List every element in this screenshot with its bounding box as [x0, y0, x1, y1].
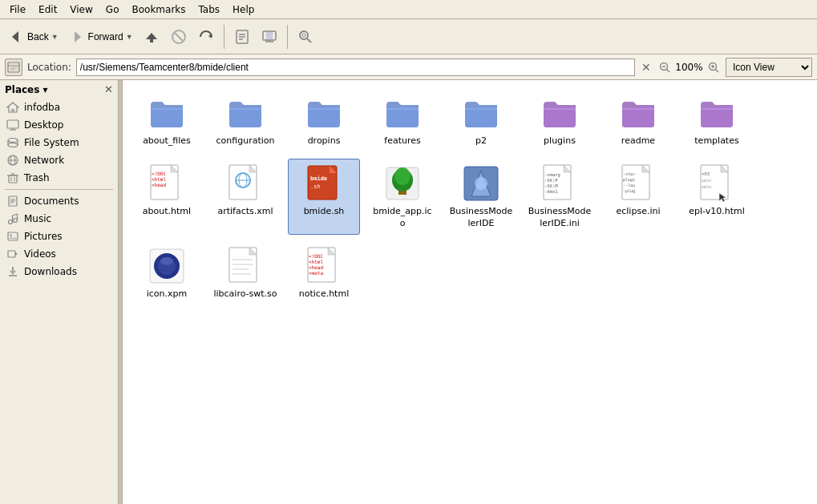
- sidebar-network-label: Network: [24, 155, 64, 166]
- svg-text:-vmarg: -vmarg: [544, 172, 560, 178]
- sidebar-item-network[interactable]: Network: [0, 151, 118, 169]
- menu-bookmarks[interactable]: Bookmarks: [125, 2, 192, 17]
- svg-marker-0: [12, 31, 18, 42]
- file-item-plugins[interactable]: plugins: [524, 88, 596, 152]
- file-item-about-files[interactable]: about_files: [131, 88, 203, 152]
- svg-marker-59: [15, 252, 18, 256]
- sidebar-places-label: Places ▾: [5, 84, 48, 95]
- file-label: bmide.sh: [304, 206, 345, 217]
- html2-file-icon: <ht xmln xmln: [698, 164, 736, 203]
- up-icon: [143, 28, 160, 46]
- svg-rect-31: [7, 120, 18, 128]
- back-dropdown-arrow: ▼: [51, 33, 59, 41]
- sidebar-close-button[interactable]: ✕: [104, 83, 113, 95]
- file-item-artifacts-xml[interactable]: artifacts.xml: [209, 159, 281, 235]
- back-button[interactable]: Back ▼: [3, 26, 63, 48]
- bookmarks-button[interactable]: [229, 26, 255, 48]
- file-label: readme: [621, 135, 655, 147]
- file-item-bmide-app-ico[interactable]: bmide_app.ico: [366, 159, 439, 235]
- sidebar-item-infodba[interactable]: infodba: [0, 99, 118, 116]
- svg-point-56: [10, 234, 12, 236]
- reload-button[interactable]: [193, 26, 219, 48]
- file-item-notice-html[interactable]: <!DOC <html <head <meta notice.html: [288, 241, 360, 305]
- file-item-businessmodeleride[interactable]: BusinessModelerIDE: [445, 159, 517, 235]
- sidebar-desktop-label: Desktop: [24, 119, 64, 131]
- sidebar-item-videos[interactable]: Videos: [0, 245, 118, 263]
- sidebar-videos-label: Videos: [24, 248, 56, 260]
- trash-icon: [6, 171, 19, 184]
- up-button[interactable]: [139, 26, 164, 48]
- svg-text:-XX:P: -XX:P: [544, 178, 558, 183]
- sidebar-item-desktop[interactable]: Desktop: [0, 116, 118, 134]
- view-select[interactable]: Icon View List View Compact View: [726, 58, 812, 77]
- file-item-bmide-sh[interactable]: bmide .sh bmide.sh: [288, 159, 360, 235]
- bookmarks-icon: [233, 28, 251, 46]
- file-item-businessmodeleride-ini[interactable]: -vmarg -XX:P -XX:M -Xmx1 BusinessModeler…: [524, 159, 596, 235]
- sidebar-item-downloads[interactable]: Downloads: [0, 263, 118, 280]
- ini-file-icon: -vmarg -XX:P -XX:M -Xmx1: [540, 164, 579, 203]
- sidebar-item-trash[interactable]: Trash: [0, 169, 118, 187]
- file-label: eclipse.ini: [617, 206, 661, 217]
- svg-line-53: [13, 214, 18, 216]
- zoom-out-button[interactable]: [657, 60, 672, 75]
- file-item-readme[interactable]: readme: [602, 88, 674, 152]
- svg-text:<ht: <ht: [702, 171, 710, 176]
- search-icon: [297, 28, 314, 46]
- file-item-eclipse-ini[interactable]: -star plugi --lau -plug eclipse.ini: [602, 159, 674, 235]
- search-button[interactable]: [293, 26, 318, 48]
- menu-go[interactable]: Go: [99, 2, 126, 17]
- svg-text:plugi: plugi: [623, 177, 635, 183]
- svg-text:-Xmx1: -Xmx1: [544, 189, 558, 194]
- file-label: configuration: [216, 135, 275, 147]
- menu-file[interactable]: File: [3, 2, 32, 17]
- sidebar-item-filesystem[interactable]: File System: [0, 134, 118, 151]
- file-item-configuration[interactable]: configuration: [209, 88, 281, 152]
- menu-bar: File Edit View Go Bookmarks Tabs Help: [0, 0, 817, 19]
- file-label: icon.xpm: [147, 288, 188, 300]
- sidebar-item-documents[interactable]: Documents: [0, 192, 118, 210]
- sidebar-filesystem-label: File System: [24, 137, 79, 148]
- separator-2: [287, 25, 288, 49]
- menu-edit[interactable]: Edit: [32, 2, 63, 17]
- svg-marker-1: [75, 31, 81, 42]
- svg-line-16: [307, 38, 311, 42]
- location-input[interactable]: [76, 58, 635, 76]
- forward-button[interactable]: Forward ▼: [64, 26, 137, 48]
- stop-button[interactable]: [166, 26, 192, 48]
- file-label: bmide_app.ico: [370, 206, 435, 229]
- file-item-about-html[interactable]: <!DOC <html <head about.html: [131, 159, 203, 235]
- folder-icon: [226, 94, 265, 132]
- file-item-icon-xpm[interactable]: icon.xpm: [131, 241, 203, 305]
- file-item-dropins[interactable]: dropins: [288, 88, 360, 152]
- svg-point-17: [302, 34, 305, 37]
- computer-button[interactable]: [257, 26, 282, 48]
- menu-tabs[interactable]: Tabs: [192, 2, 227, 17]
- menu-view[interactable]: View: [63, 2, 99, 17]
- music-icon: [6, 212, 19, 225]
- sidebar-item-pictures[interactable]: Pictures: [0, 228, 118, 245]
- file-item-templates[interactable]: templates: [681, 88, 753, 152]
- file-item-p2[interactable]: p2: [445, 88, 517, 152]
- sidebar-item-music[interactable]: Music: [0, 210, 118, 228]
- svg-point-51: [14, 219, 18, 223]
- file-item-epl-v10-html[interactable]: <ht xmln xmln epl-v10.html: [681, 159, 753, 235]
- home-icon: [6, 101, 19, 114]
- sidebar-documents-label: Documents: [24, 196, 79, 207]
- svg-text:<!DOC: <!DOC: [152, 171, 166, 176]
- folder-icon: [462, 94, 500, 132]
- file-label: p2: [475, 135, 487, 147]
- file-label: dropins: [308, 135, 341, 147]
- zoom-level: 100%: [675, 62, 703, 73]
- zoom-in-button[interactable]: [706, 60, 721, 75]
- file-item-libcairo-swt-so[interactable]: libcairo-swt.so: [209, 241, 281, 305]
- svg-text:-plug: -plug: [623, 188, 635, 194]
- location-clear-button[interactable]: ✕: [640, 59, 653, 75]
- html-file-icon: <!DOC <html <head: [148, 164, 186, 203]
- menu-help[interactable]: Help: [226, 2, 261, 17]
- videos-icon: [6, 248, 19, 260]
- svg-text:<html: <html: [309, 259, 323, 264]
- file-label: BusinessModelerIDE: [449, 206, 513, 229]
- svg-line-28: [716, 69, 719, 72]
- file-item-features[interactable]: features: [366, 88, 439, 152]
- svg-marker-63: [10, 271, 16, 275]
